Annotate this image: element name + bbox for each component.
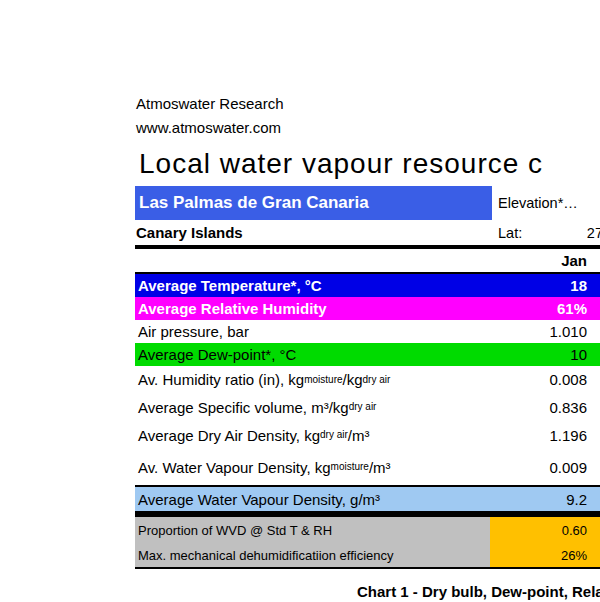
metric-row: Average Dry Air Density, kgdry air/m³1.1…	[135, 421, 600, 449]
metric-row: Air pressure, bar1.010	[135, 320, 600, 343]
metric-label-cell[interactable]: Average Water Vapour Density, g/m³	[135, 487, 490, 511]
metric-value-cell[interactable]: 1.010	[490, 320, 600, 343]
metric-label-cell[interactable]: Air pressure, bar	[135, 320, 490, 343]
metric-label-cell[interactable]: Av. Water Vapour Density, kgmoisture/m³	[135, 449, 490, 485]
metric-value-cell[interactable]: 18	[490, 274, 600, 297]
location-header-row: Las Palmas de Gran Canaria Elevation*…	[135, 186, 600, 220]
metric-label-cell[interactable]: Average Relative Humidity	[135, 297, 490, 320]
latitude-value: 27	[522, 225, 600, 241]
latitude-cell[interactable]: Lat: 27	[492, 220, 600, 245]
metric-label-cell[interactable]: Average Dew-point*, °C	[135, 343, 490, 366]
metric-row: Average Water Vapour Density, g/m³9.2	[135, 485, 600, 517]
metric-row: Proportion of WVD @ Std T & RH0.60	[135, 517, 600, 543]
worksheet: Atmoswater Research www.atmoswater.com L…	[135, 95, 600, 600]
metric-label-cell[interactable]: Average Specific volume, m³/kgdry air	[135, 393, 490, 421]
metric-label-cell[interactable]: Proportion of WVD @ Std T & RH	[135, 517, 490, 543]
org-url: www.atmoswater.com	[136, 119, 600, 136]
month-header-row: Jan	[135, 249, 600, 274]
elevation-cell[interactable]: Elevation*…	[492, 186, 600, 220]
metric-value-cell[interactable]: 9.2	[490, 487, 600, 511]
metric-row: Av. Humidity ratio (in), kgmoisture/kgdr…	[135, 366, 600, 393]
metric-row: Average Relative Humidity61%	[135, 297, 600, 320]
chart-caption: Chart 1 - Dry bulb, Dew-point, Relative	[357, 583, 600, 600]
metric-row: Average Dew-point*, °C10	[135, 343, 600, 366]
metric-row: Max. mechanical dehumidificatiion effici…	[135, 543, 600, 569]
region-cell[interactable]: Canary Islands	[135, 220, 492, 245]
metric-value-cell[interactable]: 0.836	[490, 393, 600, 421]
metric-row: Av. Water Vapour Density, kgmoisture/m³0…	[135, 449, 600, 485]
month-header-jan[interactable]: Jan	[490, 252, 600, 269]
latitude-label: Lat:	[498, 225, 522, 241]
metric-label-cell[interactable]: Average Temperature*, °C	[135, 274, 490, 297]
metric-label-cell[interactable]: Average Dry Air Density, kgdry air/m³	[135, 421, 490, 449]
metric-label-cell[interactable]: Av. Humidity ratio (in), kgmoisture/kgdr…	[135, 366, 490, 393]
metrics-table: Average Temperature*, °C18Average Relati…	[135, 274, 600, 569]
metric-value-cell[interactable]: 26%	[490, 543, 600, 567]
metric-row: Average Temperature*, °C18	[135, 274, 600, 297]
org-name: Atmoswater Research	[136, 95, 600, 112]
metric-value-cell[interactable]: 0.60	[490, 517, 600, 543]
metric-row: Average Specific volume, m³/kgdry air0.8…	[135, 393, 600, 421]
spreadsheet-view: { "header": { "org_name": "Atmoswater Re…	[0, 0, 600, 602]
metric-value-cell[interactable]: 0.008	[490, 366, 600, 393]
location-subheader-row: Canary Islands Lat: 27	[135, 220, 600, 245]
city-cell[interactable]: Las Palmas de Gran Canaria	[135, 186, 492, 220]
report-title: Local water vapour resource c	[139, 148, 600, 180]
metric-value-cell[interactable]: 0.009	[490, 449, 600, 485]
metric-label-cell[interactable]: Max. mechanical dehumidificatiion effici…	[135, 543, 490, 567]
metric-value-cell[interactable]: 61%	[490, 297, 600, 320]
metric-value-cell[interactable]: 10	[490, 343, 600, 366]
metric-value-cell[interactable]: 1.196	[490, 421, 600, 449]
